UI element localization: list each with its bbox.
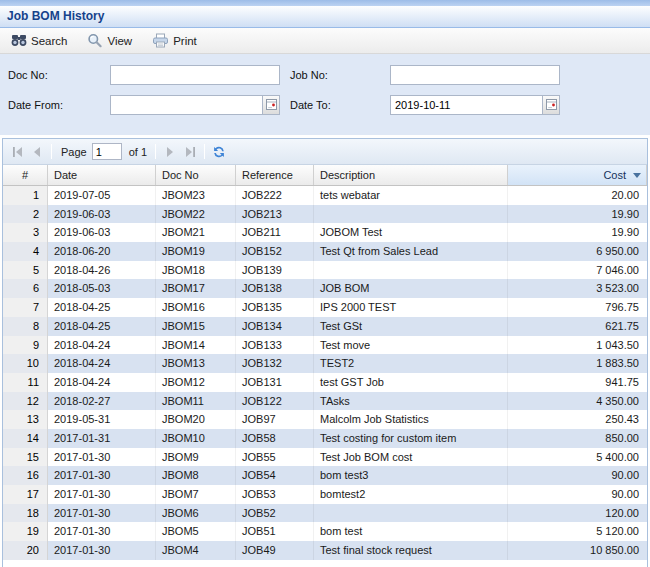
table-row[interactable]: 92018-04-24JBOM14JOB133Test move1 043.50 [3,336,647,355]
page-number-input[interactable] [92,143,122,160]
cell-reference: JOB53 [236,485,314,504]
cell-reference: JOB58 [236,429,314,448]
table-row[interactable]: 182017-01-30JBOM6JOB52120.00 [3,504,647,523]
cell-num: 6 [3,279,48,298]
table-row[interactable]: 192017-01-30JBOM5JOB51bom test5 120.00 [3,522,647,541]
table-row[interactable]: 62018-05-03JBOM17JOB138JOB BOM3 523.00 [3,279,647,298]
date-from-label: Date From: [8,99,110,111]
cell-cost: 796.75 [508,298,647,317]
cell-reference: JOB134 [236,317,314,336]
cell-doc-no: JBOM20 [156,410,236,429]
cell-reference: JOB211 [236,223,314,242]
cell-cost: 10 850.00 [508,541,647,560]
prev-page-button[interactable] [27,142,47,162]
last-page-icon [184,146,197,158]
cell-description: bom test3 [314,466,508,485]
table-row[interactable]: 72018-04-25JBOM16JOB135IPS 2000 TEST796.… [3,298,647,317]
cell-date: 2018-05-03 [48,279,156,298]
cell-reference: JOB138 [236,279,314,298]
refresh-button[interactable] [209,142,229,162]
cell-cost: 6 950.00 [508,242,647,261]
cell-date: 2017-01-30 [48,504,156,523]
table-row[interactable]: 142017-01-31JBOM10JOB58Test costing for … [3,429,647,448]
cell-date: 2017-01-30 [48,466,156,485]
cell-doc-no: JBOM19 [156,242,236,261]
table-row[interactable]: 22019-06-03JBOM22JOB21319.90 [3,205,647,224]
cell-date: 2019-06-03 [48,205,156,224]
cell-reference: JOB51 [236,522,314,541]
date-to-trigger[interactable] [543,95,560,115]
cell-num: 14 [3,429,48,448]
cell-reference: JOB55 [236,448,314,467]
column-menu-arrow-icon[interactable] [633,173,641,178]
cell-date: 2017-01-30 [48,485,156,504]
table-row[interactable]: 52018-04-26JBOM18JOB1397 046.00 [3,261,647,280]
search-button-label: Search [31,35,67,47]
table-row[interactable]: 112018-04-24JBOM12JOB131test GST Job941.… [3,373,647,392]
cell-cost: 250.43 [508,410,647,429]
view-button[interactable]: View [82,31,137,50]
cell-description: Test final stock request [314,541,508,560]
print-button[interactable]: Print [147,31,202,50]
cell-cost: 941.75 [508,373,647,392]
column-header-description[interactable]: Description [314,165,508,185]
job-no-input[interactable] [390,65,560,85]
search-button[interactable]: Search [6,31,72,50]
cell-num: 10 [3,354,48,373]
table-row[interactable]: 42018-06-20JBOM19JOB152Test Qt from Sale… [3,242,647,261]
cell-date: 2018-04-24 [48,373,156,392]
main-toolbar: Search View Print [0,28,650,54]
page-count-label: of 1 [129,146,147,158]
cell-num: 18 [3,504,48,523]
cell-date: 2017-01-30 [48,522,156,541]
table-row[interactable]: 162017-01-30JBOM8JOB54bom test390.00 [3,466,647,485]
cell-doc-no: JBOM5 [156,522,236,541]
cell-date: 2018-04-25 [48,298,156,317]
cell-reference: JOB139 [236,261,314,280]
table-row[interactable]: 172017-01-30JBOM7JOB53bomtest290.00 [3,485,647,504]
cell-doc-no: JBOM8 [156,466,236,485]
cell-num: 3 [3,223,48,242]
cell-doc-no: JBOM18 [156,261,236,280]
table-row[interactable]: 152017-01-30JBOM9JOB55Test Job BOM cost5… [3,448,647,467]
cell-description: JOB BOM [314,279,508,298]
cell-date: 2019-05-31 [48,410,156,429]
table-row[interactable]: 122018-02-27JBOM11JOB122TAsks4 350.00 [3,392,647,411]
cell-description: bomtest2 [314,485,508,504]
table-row[interactable]: 102018-04-24JBOM13JOB132TEST21 883.50 [3,354,647,373]
cell-description: bom test [314,522,508,541]
cell-description: IPS 2000 TEST [314,298,508,317]
cell-cost: 90.00 [508,466,647,485]
column-header-docno[interactable]: Doc No [156,165,236,185]
date-to-input[interactable] [390,95,543,115]
cell-cost: 90.00 [508,485,647,504]
date-from-input[interactable] [110,95,263,115]
cell-cost: 19.90 [508,205,647,224]
cell-num: 17 [3,485,48,504]
cell-date: 2019-06-03 [48,223,156,242]
column-header-reference[interactable]: Reference [236,165,314,185]
table-row[interactable]: 32019-06-03JBOM21JOB211JOBOM Test19.90 [3,223,647,242]
cell-num: 8 [3,317,48,336]
table-row[interactable]: 202017-01-30JBOM4JOB49Test final stock r… [3,541,647,560]
cell-doc-no: JBOM17 [156,279,236,298]
first-page-button[interactable] [7,142,27,162]
table-row[interactable]: 132019-05-31JBOM20JOB97Malcolm Job Stati… [3,410,647,429]
date-from-trigger[interactable] [263,95,280,115]
printer-icon [152,33,169,48]
column-header-rownum[interactable]: # [3,165,48,185]
cell-reference: JOB152 [236,242,314,261]
column-header-cost-label: Cost [603,169,626,181]
cell-cost: 5 400.00 [508,448,647,467]
table-row[interactable]: 82018-04-25JBOM15JOB134Test GSt621.75 [3,317,647,336]
cell-num: 12 [3,392,48,411]
column-header-date[interactable]: Date [48,165,156,185]
next-page-button[interactable] [160,142,180,162]
column-header-cost[interactable]: Cost [508,165,647,185]
cell-doc-no: JBOM23 [156,186,236,205]
cell-doc-no: JBOM7 [156,485,236,504]
doc-no-input[interactable] [110,65,280,85]
table-row[interactable]: 12019-07-05JBOM23JOB222tets webatar20.00 [3,186,647,205]
next-page-icon [164,146,176,158]
last-page-button[interactable] [180,142,200,162]
